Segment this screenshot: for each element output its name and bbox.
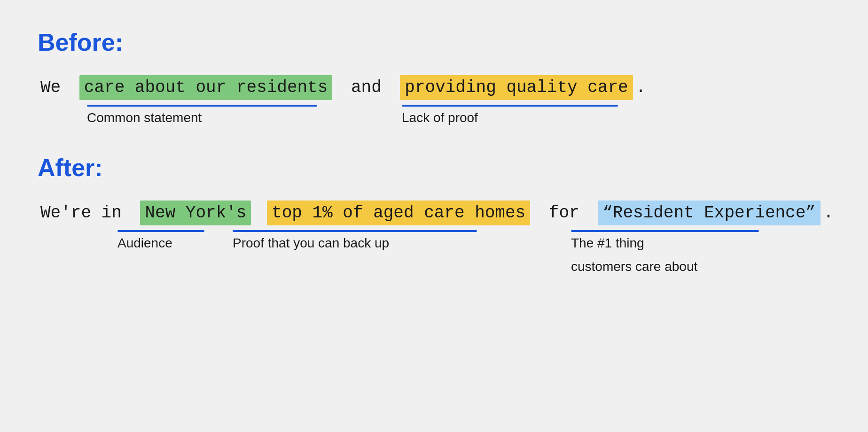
after-annotations-row: Audience Proof that you can back up The … xyxy=(117,230,830,274)
after-highlight-yellow: top 1% of aged care homes xyxy=(267,201,530,225)
after-sentence-line: We're in New York's top 1% of aged care … xyxy=(38,201,830,225)
before-highlight-green: care about our residents xyxy=(79,75,332,100)
after-underline-1 xyxy=(117,230,204,232)
after-prefix: We're in xyxy=(38,201,125,224)
after-label: After: xyxy=(38,154,830,182)
after-annotation-3-line2: customers care about xyxy=(571,259,759,274)
after-underline-3 xyxy=(571,230,759,232)
after-annotation-2-text: Proof that you can back up xyxy=(233,236,477,251)
after-highlight-blue: “Resident Experience” xyxy=(598,201,821,225)
after-annotation-1-text: Audience xyxy=(117,236,204,251)
before-section: Before: We care about our residents and … xyxy=(38,28,830,125)
before-underline-1 xyxy=(87,105,317,107)
before-and: and xyxy=(348,76,384,99)
before-suffix: . xyxy=(633,76,649,99)
after-section: After: We're in New York's top 1% of age… xyxy=(38,154,830,274)
after-sentence-wrapper: We're in New York's top 1% of aged care … xyxy=(38,201,830,274)
before-underline-2 xyxy=(402,105,618,107)
before-annotations-row: Common statement Lack of proof xyxy=(87,105,830,125)
before-sentence-line: We care about our residents and providin… xyxy=(38,75,830,100)
before-label: Before: xyxy=(38,28,830,56)
before-prefix: We xyxy=(38,76,63,99)
after-highlight-green: New York's xyxy=(140,201,251,225)
before-annotation-1: Common statement xyxy=(87,105,317,125)
before-connector xyxy=(332,76,348,99)
after-annotation-2: Proof that you can back up xyxy=(233,230,477,251)
before-annotation-2-text: Lack of proof xyxy=(402,110,618,125)
before-annotation-2: Lack of proof xyxy=(402,105,618,125)
after-annotation-1: Audience xyxy=(117,230,204,251)
before-annotation-1-text: Common statement xyxy=(87,110,317,125)
after-annotation-3-line1: The #1 thing xyxy=(571,236,759,251)
before-sentence-wrapper: We care about our residents and providin… xyxy=(38,75,830,125)
before-highlight-yellow: providing quality care xyxy=(400,75,633,100)
after-annotation-3: The #1 thing customers care about xyxy=(571,230,759,274)
after-underline-2 xyxy=(233,230,477,232)
after-suffix: . xyxy=(821,201,837,224)
after-connector: for xyxy=(546,201,582,224)
